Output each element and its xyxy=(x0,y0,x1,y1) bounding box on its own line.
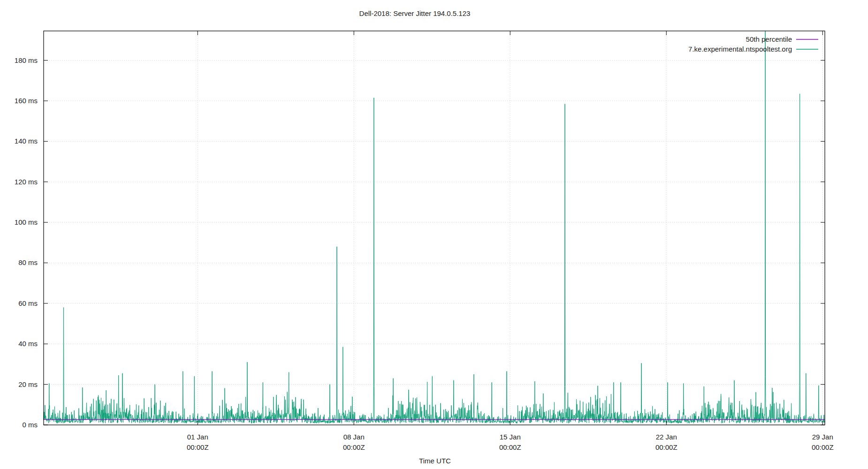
y-tick-label: 160 ms xyxy=(15,97,38,105)
jitter-chart-plot: 0 ms20 ms40 ms60 ms80 ms100 ms120 ms140 … xyxy=(0,0,868,469)
y-tick-label: 60 ms xyxy=(18,299,38,307)
y-tick-label: 80 ms xyxy=(18,258,38,266)
data-series xyxy=(44,31,825,424)
y-tick-label: 140 ms xyxy=(15,137,38,145)
x-tick-label-time: 00:00Z xyxy=(812,443,834,451)
x-axis-title: Time UTC xyxy=(0,457,868,465)
y-tick-label: 0 ms xyxy=(22,421,38,429)
y-tick-label: 40 ms xyxy=(18,340,38,348)
plot-border xyxy=(44,31,825,425)
x-tick-label-date: 15 Jan xyxy=(500,433,521,441)
x-tick-label-date: 22 Jan xyxy=(656,433,677,441)
legend: 50th percentile7.ke.experimental.ntspool… xyxy=(688,35,818,53)
legend-label: 7.ke.experimental.ntspooltest.org xyxy=(688,45,792,53)
plot-frame-and-ticks xyxy=(44,31,825,425)
legend-label: 50th percentile xyxy=(746,35,792,43)
x-tick-label-date: 29 Jan xyxy=(812,433,833,441)
grid-lines xyxy=(44,31,825,425)
axis-tick-labels: 0 ms20 ms40 ms60 ms80 ms100 ms120 ms140 … xyxy=(15,56,834,451)
series-jitter-line xyxy=(44,31,825,424)
x-tick-label-time: 00:00Z xyxy=(655,443,678,451)
x-tick-label-time: 00:00Z xyxy=(343,443,365,451)
x-tick-label-time: 00:00Z xyxy=(187,443,209,451)
x-tick-label-date: 01 Jan xyxy=(187,433,208,441)
x-tick-label-date: 08 Jan xyxy=(343,433,365,441)
y-tick-label: 20 ms xyxy=(18,380,38,388)
y-tick-label: 100 ms xyxy=(15,218,38,226)
y-tick-label: 120 ms xyxy=(15,178,38,186)
y-tick-label: 180 ms xyxy=(15,56,38,64)
x-tick-label-time: 00:00Z xyxy=(499,443,521,451)
